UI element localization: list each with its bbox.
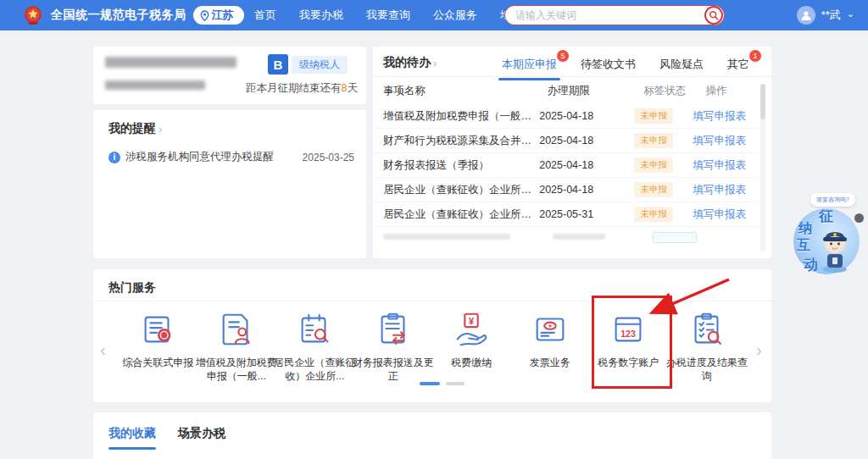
service-label: 办税进度及结果查询 [666, 356, 748, 383]
countdown-prefix: 距本月征期结束还有 [246, 82, 342, 94]
row-action: 填写申报表 [693, 109, 756, 124]
carousel-prev-icon[interactable]: ‹ [100, 340, 106, 360]
taxpayer-info-card: B 级纳税人 距本月征期结束还有8天 [93, 47, 366, 104]
nav-handle-tax[interactable]: 我要办税 [299, 8, 343, 23]
interaction-assistant-widget[interactable]: 需要咨询吗? 征 纳 互 动 [793, 191, 865, 289]
service-label: 增值税及附加税费申报（一般... [196, 356, 277, 383]
pagination-dot-active[interactable] [420, 382, 440, 385]
col-item-name: 事项名称 [373, 84, 546, 98]
row-item-name: 居民企业（查账征收）企业所得税年... [373, 207, 539, 222]
status-badge: 未申报 [634, 108, 673, 124]
search-bar [504, 5, 725, 25]
tab-badge-count: 5 [557, 50, 569, 62]
row-action: 填写申报表 [693, 207, 756, 222]
svg-text:¥: ¥ [469, 316, 475, 326]
tab-label: 本期应申报 [502, 58, 557, 70]
carousel-next-icon[interactable]: › [756, 340, 762, 360]
row-status: 未申报 [615, 158, 693, 173]
divider [373, 76, 771, 77]
doc-sync-icon [374, 308, 413, 349]
assistant-minimize-icon[interactable] [854, 213, 864, 223]
reminder-item[interactable]: i 涉税服务机构同意代理办税提醒 2025-03-25 [108, 150, 354, 164]
row-status: 未申报 [615, 207, 693, 222]
window-123-icon: 123 [609, 308, 648, 349]
main-nav: 首页 我要办税 我要查询 公众服务 地方特色 [254, 0, 544, 30]
credit-grade-badge: B [268, 54, 288, 75]
row-deadline: 2025-04-18 [539, 184, 614, 196]
hot-services-card: 热门服务 ‹ › 综合关联式申报 [93, 269, 771, 402]
status-badge: 未申报 [634, 207, 673, 222]
service-tax-digital-account[interactable]: 123 税务数字账户 [589, 308, 668, 383]
status-badge: 未申报 [634, 133, 673, 148]
location-selector[interactable]: 江苏 [193, 6, 244, 25]
service-label: 综合关联式申报 [117, 356, 198, 369]
chevron-right-icon: › [433, 57, 437, 69]
reminders-title[interactable]: 我的提醒 [108, 121, 156, 136]
row-deadline: 2025-04-18 [539, 135, 614, 147]
tax-mascot: 征 纳 互 动 [793, 208, 860, 274]
calendar-search-icon [295, 308, 334, 349]
search-button[interactable] [704, 6, 723, 25]
fill-return-link[interactable]: 填写申报表 [693, 135, 747, 147]
countdown-suffix: 天 [348, 82, 359, 94]
tab-my-favorites[interactable]: 我的收藏 [108, 426, 156, 450]
assistant-bubble: 需要咨询吗? [810, 193, 855, 207]
col-status: 标签状态 [624, 84, 706, 98]
service-vat-filing[interactable]: 增值税及附加税费申报（一般... [198, 308, 276, 383]
search-input[interactable] [505, 9, 704, 21]
col-deadline: 办理期限 [546, 84, 624, 98]
fill-return-link[interactable]: 填写申报表 [693, 110, 747, 122]
invoice-eye-icon [531, 308, 570, 349]
chevron-down-icon: ⌄ [847, 8, 854, 19]
service-label: 税费缴纳 [431, 356, 512, 369]
table-row: 增值税及附加税费申报（一般纳税人... 2025-04-18 未申报 填写申报表 [373, 104, 756, 129]
reminder-text: 涉税服务机构同意代理办税提醒 [125, 150, 274, 164]
table-row: 居民企业（查账征收）企业所得税年... 2025-05-31 未申报 填写申报表 [373, 202, 756, 227]
service-progress-query[interactable]: 办税进度及结果查询 [668, 308, 747, 383]
row-item-name: 居民企业（查账征收）企业所得税月... [373, 183, 539, 197]
status-badge: 未申报 [634, 182, 673, 197]
carousel-pagination [420, 382, 465, 385]
row-status: 未申报 [615, 108, 693, 124]
my-todo-card: 我的待办 › 本期应申报 5 待签收文书 风险疑点 其它 1 事项名称 办理期限… [373, 47, 771, 258]
checklist-search-icon [687, 308, 726, 349]
tab-badge-count: 1 [749, 50, 761, 62]
todo-title[interactable]: 我的待办 [383, 55, 431, 70]
scrollbar[interactable] [760, 84, 765, 252]
todo-table-body: 增值税及附加税费申报（一般纳税人... 2025-04-18 未申报 填写申报表… [373, 104, 756, 252]
nav-public-service[interactable]: 公众服务 [433, 8, 477, 23]
nav-query[interactable]: 我要查询 [366, 8, 410, 23]
service-financial-statements[interactable]: 财务报表报送及更正 [354, 308, 433, 383]
hot-services-title: 热门服务 [108, 280, 156, 294]
service-tax-payment[interactable]: ¥ 税费缴纳 [432, 308, 511, 383]
mascot-char: 互 [797, 237, 810, 255]
row-item-name: 财务报表报送（季报） [373, 158, 539, 173]
tab-scenario-tax[interactable]: 场景办税 [178, 426, 225, 450]
services-carousel: 综合关联式申报 增值税及附加税费申报（一般... [119, 308, 746, 383]
hand-yuan-icon: ¥ [452, 308, 491, 349]
row-action: 填写申报表 [693, 134, 756, 148]
location-pin-icon [200, 10, 209, 21]
pagination-dot[interactable] [446, 382, 465, 385]
fill-return-link[interactable]: 填写申报表 [693, 208, 747, 220]
service-comprehensive-filing[interactable]: 综合关联式申报 [119, 308, 198, 383]
tab-label: 待签收文书 [581, 58, 636, 70]
status-badge: 未申报 [634, 158, 673, 173]
service-invoice[interactable]: 发票业务 [511, 308, 590, 383]
scrollbar-thumb[interactable] [760, 84, 765, 119]
fill-return-link[interactable]: 填写申报表 [693, 159, 747, 171]
fill-return-link[interactable]: 填写申报表 [693, 184, 747, 196]
row-deadline: 2025-05-31 [539, 208, 614, 220]
location-label: 江苏 [212, 8, 234, 23]
top-header: 全国统一规范电子税务局 江苏 首页 我要办税 我要查询 公众服务 地方特色 [0, 0, 868, 30]
search-icon [709, 10, 719, 20]
row-item-name: 增值税及附加税费申报（一般纳税人... [373, 109, 539, 124]
row-item-name: 财产和行为税税源采集及合并申报 [373, 134, 539, 148]
chevron-right-icon: › [159, 123, 162, 135]
user-menu[interactable]: **武 ⌄ [797, 0, 854, 30]
service-resident-enterprise-tax[interactable]: 居民企业（查账征收）企业所... [275, 308, 354, 383]
nav-home[interactable]: 首页 [254, 8, 276, 23]
table-row-partial-clipped [373, 227, 756, 252]
avatar [797, 6, 815, 25]
service-label: 居民企业（查账征收）企业所... [274, 356, 355, 383]
